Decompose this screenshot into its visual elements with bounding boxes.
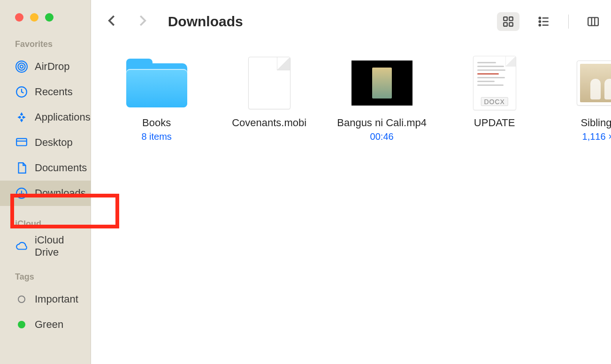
window-controls bbox=[0, 8, 91, 35]
sidebar-item-downloads[interactable]: Downloads bbox=[0, 181, 91, 206]
file-subtitle: 8 items bbox=[141, 131, 171, 142]
svg-rect-9 bbox=[509, 23, 513, 26]
file-item-folder[interactable]: Books 8 items bbox=[110, 57, 204, 142]
svg-rect-13 bbox=[588, 17, 598, 25]
nav-arrows bbox=[105, 14, 149, 30]
toolbar-separator bbox=[568, 15, 569, 29]
svg-point-0 bbox=[20, 65, 23, 68]
apps-icon bbox=[15, 111, 28, 124]
file-name: Books bbox=[142, 116, 171, 129]
file-name: Covenants.mobi bbox=[232, 116, 306, 129]
toolbar: Downloads bbox=[91, 0, 611, 43]
tag-dot-green-icon bbox=[15, 318, 28, 331]
airdrop-icon bbox=[15, 60, 28, 73]
file-item-docx[interactable]: DOCX UPDATE bbox=[448, 57, 542, 129]
docx-badge: DOCX bbox=[481, 97, 508, 106]
docx-file-icon: DOCX bbox=[464, 57, 525, 109]
sidebar-section-favorites: Favorites bbox=[0, 35, 91, 54]
sidebar-item-label: Documents bbox=[35, 162, 87, 174]
sidebar-item-desktop[interactable]: Desktop bbox=[0, 130, 91, 155]
sidebar: Favorites AirDrop Recents Applications D… bbox=[0, 0, 91, 364]
icon-view-button[interactable] bbox=[497, 12, 519, 31]
sidebar-tag-green[interactable]: Green bbox=[0, 312, 91, 337]
svg-rect-8 bbox=[504, 23, 507, 26]
clock-icon bbox=[15, 85, 28, 99]
svg-point-10 bbox=[539, 17, 540, 19]
minimize-window-button[interactable] bbox=[30, 13, 38, 22]
file-name: Bangus ni Cali.mp4 bbox=[337, 116, 427, 129]
sidebar-item-documents[interactable]: Documents bbox=[0, 155, 91, 181]
svg-point-12 bbox=[539, 24, 540, 26]
sidebar-section-icloud: iCloud bbox=[0, 214, 91, 234]
folder-icon bbox=[126, 57, 187, 109]
icon-grid: Books 8 items Covenants.mobi Bangus ni C… bbox=[110, 57, 611, 142]
finder-window: Favorites AirDrop Recents Applications D… bbox=[0, 0, 611, 364]
main-panel: Downloads bbox=[91, 0, 611, 364]
generic-file-icon bbox=[239, 57, 300, 109]
file-subtitle: 1,116 × 871 bbox=[582, 131, 611, 142]
image-thumbnail-icon bbox=[577, 57, 611, 109]
content-area[interactable]: Books 8 items Covenants.mobi Bangus ni C… bbox=[91, 43, 611, 364]
svg-rect-4 bbox=[16, 138, 27, 145]
back-button[interactable] bbox=[105, 14, 119, 30]
sidebar-item-applications[interactable]: Applications bbox=[0, 105, 91, 130]
sidebar-item-label: Downloads bbox=[35, 187, 86, 199]
video-thumbnail-icon bbox=[351, 57, 412, 109]
sidebar-section-tags: Tags bbox=[0, 267, 91, 287]
document-icon bbox=[15, 161, 28, 174]
sidebar-item-label: Important bbox=[35, 293, 78, 305]
file-subtitle: 00:46 bbox=[370, 131, 394, 142]
cloud-icon bbox=[15, 240, 28, 253]
svg-point-1 bbox=[18, 63, 25, 70]
svg-rect-6 bbox=[504, 17, 507, 21]
close-window-button[interactable] bbox=[15, 13, 23, 22]
svg-point-11 bbox=[539, 21, 540, 22]
sidebar-item-label: Recents bbox=[35, 86, 73, 98]
file-item-mobi[interactable]: Covenants.mobi bbox=[222, 57, 316, 129]
list-view-button[interactable] bbox=[533, 12, 555, 31]
file-name: UPDATE bbox=[474, 116, 515, 129]
sidebar-item-recents[interactable]: Recents bbox=[0, 79, 91, 105]
file-item-image[interactable]: Siblings.jpg 1,116 × 871 bbox=[560, 57, 611, 142]
file-name: Siblings.jpg bbox=[580, 116, 611, 129]
sidebar-item-icloud-drive[interactable]: iCloud Drive bbox=[0, 234, 91, 259]
location-title: Downloads bbox=[168, 14, 243, 30]
sidebar-item-airdrop[interactable]: AirDrop bbox=[0, 54, 91, 79]
sidebar-tag-important[interactable]: Important bbox=[0, 287, 91, 312]
sidebar-item-label: iCloud Drive bbox=[35, 234, 91, 258]
view-controls bbox=[497, 12, 611, 31]
desktop-icon bbox=[15, 136, 28, 149]
forward-button[interactable] bbox=[135, 14, 149, 30]
sidebar-item-label: Desktop bbox=[35, 136, 73, 149]
tag-dot-hollow-icon bbox=[15, 293, 28, 306]
column-view-button[interactable] bbox=[582, 12, 604, 31]
sidebar-item-label: Applications bbox=[35, 111, 91, 123]
sidebar-item-label: AirDrop bbox=[35, 61, 70, 73]
file-item-video[interactable]: Bangus ni Cali.mp4 00:46 bbox=[335, 57, 429, 142]
svg-rect-7 bbox=[509, 17, 513, 21]
zoom-window-button[interactable] bbox=[45, 13, 53, 22]
sidebar-item-label: Green bbox=[35, 318, 63, 331]
download-icon bbox=[15, 187, 28, 200]
